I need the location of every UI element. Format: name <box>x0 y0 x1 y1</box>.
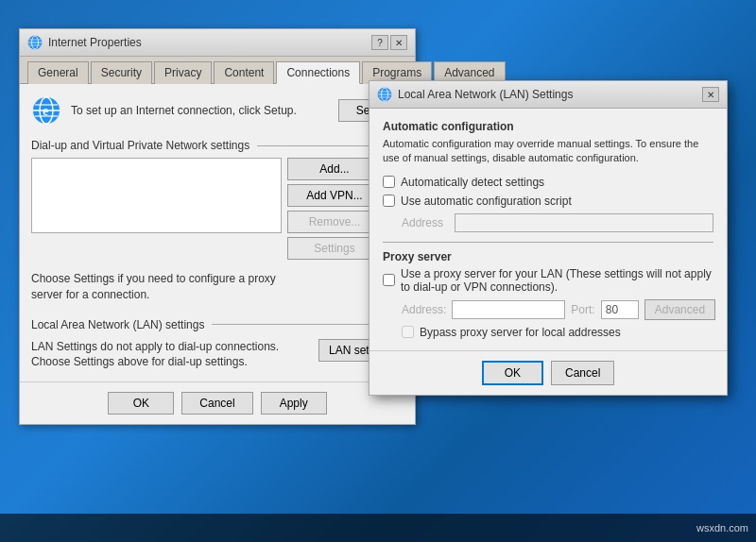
script-address-input[interactable] <box>455 213 713 232</box>
port-input[interactable] <box>601 300 639 319</box>
dial-section-label: Dial-up and Virtual Private Network sett… <box>31 139 404 152</box>
tab-bar: General Security Privacy Content Connect… <box>20 57 415 84</box>
taskbar: wsxdn.com <box>0 514 756 542</box>
close-button[interactable]: ✕ <box>390 35 407 50</box>
proxy-address-row: Address: Port: Advanced <box>402 299 713 320</box>
add-button[interactable]: Add... <box>287 158 382 180</box>
tab-security[interactable]: Security <box>91 61 152 84</box>
auto-config-desc: Automatic configuration may override man… <box>383 137 713 166</box>
proxy-checkbox-row: Use a proxy server for your LAN (These s… <box>383 267 713 294</box>
lan-cancel-button[interactable]: Cancel <box>551 361 614 385</box>
proxy-enable-checkbox[interactable] <box>383 274 395 286</box>
lan-dialog-content: Automatic configuration Automatic config… <box>369 109 727 350</box>
lan-description: LAN Settings do not apply to dial-up con… <box>31 339 309 371</box>
lan-icon <box>377 87 392 102</box>
settings-button[interactable]: Settings <box>287 237 382 260</box>
titlebar-left: Internet Properties <box>27 35 142 50</box>
tab-privacy[interactable]: Privacy <box>154 61 212 84</box>
ie-icon: e <box>31 95 61 126</box>
inet-icon <box>27 35 43 50</box>
cancel-button[interactable]: Cancel <box>181 392 252 415</box>
svg-text:e: e <box>43 104 48 118</box>
lan-dialog-title: Local Area Network (LAN) Settings <box>398 88 573 101</box>
auto-detect-row: Automatically detect settings <box>383 176 713 189</box>
inet-footer: OK Cancel Apply <box>20 381 415 424</box>
bypass-row: Bypass proxy server for local addresses <box>402 326 713 339</box>
connections-content: e To set up an Internet connection, clic… <box>20 84 415 381</box>
proxy-advanced-button[interactable]: Advanced <box>644 299 715 320</box>
lan-row: LAN Settings do not apply to dial-up con… <box>31 339 404 371</box>
auto-script-row: Use automatic configuration script <box>383 195 713 208</box>
internet-properties-window: Internet Properties ? ✕ General Security… <box>19 28 416 425</box>
lan-ok-button[interactable]: OK <box>482 361 543 385</box>
auto-script-label: Use automatic configuration script <box>401 195 572 208</box>
setup-row: e To set up an Internet connection, clic… <box>31 95 404 126</box>
address-label: Address <box>402 216 449 229</box>
proxy-address-input[interactable] <box>452 300 565 319</box>
section-divider <box>383 242 713 243</box>
tab-content[interactable]: Content <box>214 61 274 84</box>
proxy-address-label: Address: <box>402 303 446 316</box>
lan-dialog-footer: OK Cancel <box>369 350 727 395</box>
auto-detect-label: Automatically detect settings <box>401 176 544 189</box>
side-buttons: Add... Add VPN... Remove... Settings <box>287 158 382 260</box>
proxy-desc-label: Use a proxy server for your LAN (These s… <box>401 267 713 294</box>
tab-general[interactable]: General <box>27 61 89 84</box>
lan-close-button[interactable]: ✕ <box>702 87 719 102</box>
inet-titlebar: Internet Properties ? ✕ <box>20 29 415 57</box>
titlebar-controls: ? ✕ <box>371 35 407 50</box>
bypass-label: Bypass proxy server for local addresses <box>420 326 621 339</box>
script-address-row: Address <box>402 213 713 232</box>
auto-detect-checkbox[interactable] <box>383 176 395 188</box>
dial-listbox[interactable] <box>31 158 282 233</box>
inet-title: Internet Properties <box>48 36 142 49</box>
lan-settings-dialog: Local Area Network (LAN) Settings ✕ Auto… <box>369 80 728 396</box>
lan-titlebar-controls: ✕ <box>702 87 719 102</box>
setup-text: To set up an Internet connection, click … <box>71 103 329 119</box>
bypass-checkbox[interactable] <box>402 326 414 338</box>
dial-row: Add... Add VPN... Remove... Settings <box>31 158 404 260</box>
remove-button[interactable]: Remove... <box>287 211 382 233</box>
help-button[interactable]: ? <box>371 35 388 50</box>
lan-titlebar-left: Local Area Network (LAN) Settings <box>377 87 573 102</box>
add-vpn-button[interactable]: Add VPN... <box>287 184 382 207</box>
proxy-heading: Proxy server <box>383 250 713 263</box>
tab-connections[interactable]: Connections <box>276 61 360 84</box>
auto-config-heading: Automatic configuration <box>383 120 713 133</box>
configure-text: Choose Settings if you need to configure… <box>31 271 286 303</box>
lan-dialog-titlebar: Local Area Network (LAN) Settings ✕ <box>369 81 727 109</box>
auto-script-checkbox[interactable] <box>383 195 395 207</box>
apply-button[interactable]: Apply <box>261 392 327 415</box>
lan-section-label: Local Area Network (LAN) settings <box>31 318 404 331</box>
taskbar-watermark: wsxdn.com <box>696 522 748 534</box>
port-label: Port: <box>571 303 594 316</box>
ok-button[interactable]: OK <box>108 392 174 415</box>
